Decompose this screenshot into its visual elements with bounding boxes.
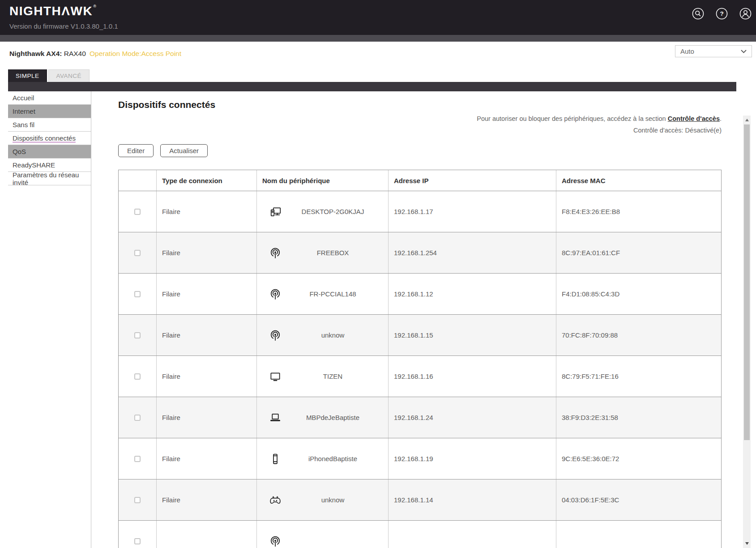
- device-checkbox[interactable]: [134, 415, 141, 421]
- device-checkbox[interactable]: [134, 538, 141, 544]
- access-control-link[interactable]: Contrôle d'accès: [668, 115, 720, 122]
- table-row: Filaire FR-PCCIAL148 192.168.1.12 F4:D1:…: [119, 274, 721, 315]
- device-checkbox[interactable]: [134, 250, 141, 256]
- device-name: unknow: [282, 331, 388, 339]
- mac-address-cell: 8C:79:F5:71:FE:16: [556, 356, 722, 397]
- sidebar-item-readyshare[interactable]: ReadySHARE: [8, 158, 91, 172]
- action-buttons: Editer Actualiser: [118, 144, 208, 157]
- smartphone-icon: [269, 452, 282, 466]
- refresh-button[interactable]: Actualiser: [160, 144, 208, 157]
- mac-address-cell: 8C:97:EA:01:61:CF: [556, 232, 722, 273]
- tv-icon: [269, 370, 282, 383]
- table-row: Filaire unknow 192.168.1.14 04:03:D6:1F:…: [119, 480, 721, 521]
- language-select-value: Auto: [680, 47, 694, 55]
- sidebar-item-accueil[interactable]: Accueil: [8, 91, 91, 105]
- device-name-cell: FREEBOX: [256, 232, 388, 273]
- sidebar-item-label: QoS: [13, 148, 26, 155]
- sidebar-item-label: Dispositifs connectés: [13, 134, 76, 142]
- sidebar-divider: [91, 91, 91, 548]
- device-name: TIZEN: [282, 372, 388, 380]
- nighthawk-logo: NIGHTHΛWK®: [9, 4, 97, 18]
- mac-address-cell: 70:FC:8F:70:09:88: [556, 315, 722, 355]
- mode-tabs: SIMPLE AVANCÉ: [8, 69, 90, 82]
- connection-type-cell: Filaire: [156, 315, 256, 355]
- column-header: Adresse IP: [388, 170, 556, 191]
- registered-mark: ®: [93, 4, 97, 9]
- connected-devices-table: Type de connexionNom du périphériqueAdre…: [118, 170, 722, 548]
- header-divider-strip: [0, 35, 756, 42]
- device-name: DESKTOP-2G0KJAJ: [282, 208, 388, 215]
- search-icon[interactable]: [692, 8, 704, 20]
- device-checkbox[interactable]: [134, 209, 141, 215]
- account-icon[interactable]: [739, 8, 752, 20]
- ip-address-cell: 192.168.1.14: [388, 480, 556, 520]
- page-title: Dispositifs connectés: [118, 99, 215, 110]
- table-row: Filaire FREEBOX 192.168.1.254 8C:97:EA:0…: [119, 232, 721, 274]
- device-name-label: Nighthawk AX4:: [9, 50, 62, 57]
- logo-text: NIGHTHΛWK: [9, 4, 93, 18]
- device-checkbox[interactable]: [134, 332, 141, 338]
- scroll-up-icon: [745, 119, 749, 121]
- game-controller-icon: [269, 493, 282, 507]
- device-name: unknow: [282, 496, 388, 504]
- ip-address-cell: 192.168.1.12: [388, 274, 556, 314]
- sidebar-item-internet[interactable]: Internet: [8, 105, 91, 118]
- ip-address-cell: 192.168.1.16: [388, 356, 556, 397]
- header-icon-group: ?: [692, 8, 752, 20]
- desktop-pc-icon: [269, 205, 282, 218]
- sidebar-item-label: ReadySHARE: [13, 161, 55, 169]
- device-name-cell: iPhonedBaptiste: [256, 438, 388, 479]
- scroll-down-button[interactable]: [743, 540, 751, 547]
- mac-address-cell: 9C:E6:5E:36:0E:72: [556, 438, 722, 479]
- sidebar-item-label: Internet: [13, 107, 35, 115]
- scrollbar-thumb[interactable]: [744, 124, 750, 440]
- checkbox-cell: [119, 232, 156, 273]
- checkbox-cell: [119, 191, 156, 232]
- checkbox-cell: [119, 356, 156, 397]
- checkbox-cell: [119, 274, 156, 314]
- scroll-up-button[interactable]: [743, 116, 751, 124]
- ip-address-cell: 192.168.1.17: [388, 191, 556, 232]
- antenna-icon: [269, 287, 282, 301]
- connection-type-cell: Filaire: [156, 397, 256, 438]
- device-name: FR-PCCIAL148: [282, 290, 388, 298]
- sidebar-item-dispositifs-connectes[interactable]: Dispositifs connectés: [8, 132, 91, 145]
- mac-address-cell: F8:E4:E3:26:EE:B8: [556, 191, 722, 232]
- device-name-cell: MBPdeJeBaptiste: [256, 397, 388, 438]
- device-name-cell: FR-PCCIAL148: [256, 274, 388, 314]
- table-row: Filaire unknow 192.168.1.15 70:FC:8F:70:…: [119, 315, 721, 356]
- language-select[interactable]: Auto: [675, 45, 752, 57]
- checkbox-cell: [119, 521, 156, 548]
- table-row: [119, 521, 721, 548]
- mac-address-cell: 04:03:D6:1F:5E:3C: [556, 480, 722, 520]
- tab-avance[interactable]: AVANCÉ: [48, 69, 90, 82]
- mac-address-cell: 38:F9:D3:2E:31:58: [556, 397, 722, 438]
- access-control-note: Pour autoriser ou bloquer des périphériq…: [477, 115, 722, 122]
- table-row: Filaire MBPdeJeBaptiste 192.168.1.24 38:…: [119, 397, 721, 438]
- device-checkbox[interactable]: [134, 373, 141, 380]
- vertical-scrollbar[interactable]: [743, 116, 751, 548]
- help-icon[interactable]: ?: [716, 8, 728, 20]
- firmware-version: Version du firmware V1.0.3.80_1.0.1: [9, 22, 118, 30]
- connection-type-cell: Filaire: [156, 480, 256, 520]
- device-name-cell: unknow: [256, 480, 388, 520]
- sidebar-item-sans-fil[interactable]: Sans fil: [8, 118, 91, 132]
- sidebar-item-qos[interactable]: QoS: [8, 145, 91, 158]
- antenna-icon: [269, 535, 282, 548]
- device-checkbox[interactable]: [134, 291, 141, 297]
- connection-type-cell: Filaire: [156, 191, 256, 232]
- column-header: Adresse MAC: [556, 170, 722, 191]
- scroll-down-icon: [745, 542, 749, 545]
- sidebar-item-label: Accueil: [13, 94, 34, 102]
- connection-type-cell: Filaire: [156, 356, 256, 397]
- checkbox-cell: [119, 315, 156, 355]
- device-checkbox[interactable]: [134, 456, 141, 462]
- edit-button[interactable]: Editer: [118, 144, 154, 157]
- device-info-bar: Nighthawk AX4: RAX40 Operation Mode:Acce…: [9, 50, 86, 60]
- tab-simple[interactable]: SIMPLE: [8, 69, 47, 82]
- mac-address-cell: F4:D1:08:85:C4:3D: [556, 274, 722, 314]
- device-checkbox[interactable]: [134, 497, 141, 503]
- device-name-cell: [256, 521, 388, 548]
- checkbox-column-header: [119, 170, 156, 191]
- sidebar-item-parametres-du-reseau-invite[interactable]: Paramètres du réseau invité: [8, 172, 91, 185]
